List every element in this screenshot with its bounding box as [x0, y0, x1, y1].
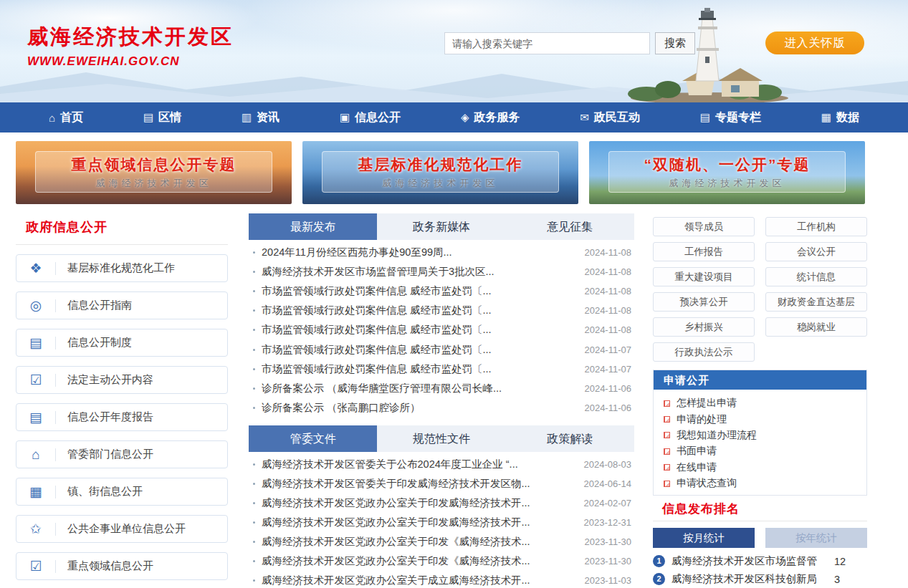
- quick-link-button[interactable]: 行政执法公示: [653, 342, 755, 362]
- news-title[interactable]: 市场监管领域行政处罚案件信息 威经市监处罚〔...: [262, 362, 575, 376]
- apply-link[interactable]: 在线申请: [664, 460, 866, 476]
- nav-item[interactable]: ▤ 区情: [143, 110, 181, 125]
- nav-item[interactable]: ▣ 信息公开: [340, 110, 401, 125]
- news-title[interactable]: 诊所备案公示 （威海华膳堂医疗管理有限公司长峰...: [262, 382, 575, 395]
- news-title[interactable]: 市场监管领域行政处罚案件信息 威经市监处罚〔...: [262, 323, 575, 337]
- tab-opinion-solicitation[interactable]: 意见征集: [506, 213, 634, 240]
- quick-link-button[interactable]: 工作报告: [653, 242, 755, 261]
- file-title[interactable]: 威海经济技术开发区党政办公室关于成立威海经济技术开...: [262, 574, 575, 587]
- banner-title: 基层标准化规范化工作: [358, 155, 523, 175]
- file-item[interactable]: 威海经济技术开发区党政办公室关于印发威海经济技术开... 2023-12-31: [249, 513, 634, 532]
- apply-link-label: 我想知道办理流程: [677, 429, 757, 442]
- bullet-icon: [253, 579, 255, 582]
- news-title[interactable]: 市场监管领域行政处罚案件信息 威经市监处罚〔...: [262, 343, 575, 357]
- tab-committee-files[interactable]: 管委文件: [249, 425, 377, 452]
- quick-link-button[interactable]: 乡村振兴: [653, 317, 755, 337]
- quick-link-button[interactable]: 重大建设项目: [653, 267, 755, 286]
- quick-link-button[interactable]: 统计信息: [765, 267, 867, 286]
- tab-yearly-stats[interactable]: 按年统计: [765, 528, 867, 548]
- sidebar-item[interactable]: ▤ 信息公开制度: [16, 329, 228, 357]
- news-item[interactable]: 市场监管领域行政处罚案件信息 威经市监处罚〔... 2024-11-08: [249, 281, 634, 301]
- tab-latest-release[interactable]: 最新发布: [249, 213, 377, 240]
- news-item[interactable]: 威海经济技术开发区市场监督管理局关于3批次区... 2024-11-08: [249, 262, 634, 281]
- bullet-icon: [253, 290, 255, 292]
- nav-item[interactable]: ▤ 专题专栏: [700, 110, 761, 125]
- news-item[interactable]: 市场监管领域行政处罚案件信息 威经市监处罚〔... 2024-11-07: [249, 339, 634, 359]
- file-item[interactable]: 威海经济技术开发区党政办公室关于成立威海经济技术开... 2023-11-03: [249, 571, 634, 588]
- ranking-item[interactable]: 1 威海经济技术开发区市场监督管 12: [653, 552, 875, 570]
- apply-link-label: 申请的处理: [677, 413, 727, 426]
- sidebar-item[interactable]: ❖ 基层标准化规范化工作: [16, 254, 228, 282]
- file-title[interactable]: 威海经济技术开发区管委关于公布2024年度工业企业 “...: [262, 458, 575, 471]
- file-title[interactable]: 威海经济技术开发区党政办公室关于印发威海经济技术开...: [262, 496, 575, 510]
- news-title[interactable]: 2024年11月份经区西苑办事处90至99周...: [262, 246, 575, 259]
- nav-item[interactable]: ▦ 数据: [821, 110, 859, 125]
- tab-monthly-stats[interactable]: 按月统计: [653, 528, 755, 548]
- sidebar-item[interactable]: ▦ 镇、街信息公开: [16, 478, 228, 506]
- nav-item[interactable]: ✉ 政民互动: [580, 110, 640, 125]
- file-title[interactable]: 威海经济技术开发区管委关于印发威海经济技术开发区物...: [262, 477, 575, 491]
- file-item[interactable]: 威海经济技术开发区党政办公室关于印发《威海经济技术... 2023-11-30: [249, 532, 634, 551]
- site-logo[interactable]: 威海经济技术开发区 WWW.EWEIHAI.GOV.CN: [27, 23, 234, 69]
- sidebar-item[interactable]: ⌂ 管委部门信息公开: [16, 440, 228, 468]
- news-item[interactable]: 市场监管领域行政处罚案件信息 威经市监处罚〔... 2024-11-08: [249, 301, 634, 320]
- sidebar-item[interactable]: ☑ 重点领域信息公开: [16, 552, 228, 580]
- site-header: 威海经济技术开发区 WWW.EWEIHAI.GOV.CN 搜索 进入关怀版: [0, 0, 908, 102]
- site-url: WWW.EWEIHAI.GOV.CN: [27, 54, 234, 69]
- news-title[interactable]: 市场监管领域行政处罚案件信息 威经市监处罚〔...: [262, 284, 575, 298]
- sidebar-item-label: 基层标准化规范化工作: [56, 261, 175, 275]
- news-item[interactable]: 市场监管领域行政处罚案件信息 威经市监处罚〔... 2024-11-07: [249, 360, 634, 379]
- news-title[interactable]: 威海经济技术开发区市场监督管理局关于3批次区...: [262, 265, 575, 279]
- sidebar-item[interactable]: ▤ 信息公开年度报告: [16, 403, 228, 431]
- sidebar-item[interactable]: ☑ 法定主动公开内容: [16, 366, 228, 394]
- tab-policy-interpretation[interactable]: 政策解读: [506, 425, 634, 452]
- sidebar-title: 政府信息公开: [16, 211, 228, 244]
- nav-item[interactable]: ◈ 政务服务: [461, 110, 520, 125]
- quick-link-button[interactable]: 工作机构: [765, 217, 867, 236]
- apply-link[interactable]: 我想知道办理流程: [664, 428, 866, 443]
- bullet-icon: [253, 387, 255, 390]
- sidebar-item[interactable]: ◎ 信息公开指南: [16, 291, 228, 319]
- quick-link-button[interactable]: 财政资金直达基层: [765, 292, 867, 312]
- nav-item-label: 数据: [836, 110, 859, 125]
- file-date: 2023-11-03: [584, 575, 631, 586]
- quick-link-button[interactable]: 预决算公开: [653, 292, 755, 312]
- news-date: 2024-11-08: [584, 286, 631, 297]
- banner-double-random[interactable]: “双随机、一公开”专题 威海经济技术开发区: [589, 141, 865, 204]
- file-item[interactable]: 威海经济技术开发区管委关于印发威海经济技术开发区物... 2024-06-14: [249, 474, 634, 493]
- news-title[interactable]: 市场监管领域行政处罚案件信息 威经市监处罚〔...: [262, 304, 575, 317]
- quick-link-button[interactable]: 会议公开: [765, 242, 867, 261]
- apply-link[interactable]: 怎样提出申请: [664, 395, 866, 411]
- tab-normative-files[interactable]: 规范性文件: [377, 425, 505, 452]
- nav-item[interactable]: ▥ 资讯: [242, 110, 279, 125]
- file-title[interactable]: 威海经济技术开发区党政办公室关于印发《威海经济技术...: [262, 535, 575, 549]
- apply-link[interactable]: 申请状态查询: [664, 476, 866, 491]
- nav-item[interactable]: ⌂ 首页: [49, 110, 83, 125]
- quick-link-button[interactable]: 稳岗就业: [765, 317, 867, 337]
- news-item[interactable]: 诊所备案公示 （威海华膳堂医疗管理有限公司长峰... 2024-11-06: [249, 379, 634, 398]
- rank-department-name[interactable]: 威海经济技术开发区市场监督管: [672, 554, 817, 568]
- tab-gov-new-media[interactable]: 政务新媒体: [377, 213, 505, 240]
- data-monitor-icon: ▦: [821, 111, 831, 124]
- document-rule-icon: ▤: [16, 334, 55, 351]
- apply-link[interactable]: 书面申请: [664, 443, 866, 459]
- news-date: 2024-11-08: [584, 305, 631, 316]
- ranking-item[interactable]: 2 威海经济技术开发区科技创新局 3: [653, 570, 875, 588]
- news-item[interactable]: 诊所备案公示 （张高鹏口腔诊所） 2024-11-06: [249, 398, 634, 418]
- rank-badge: 1: [653, 555, 665, 567]
- banner-standardization[interactable]: 基层标准化规范化工作 威海经济技术开发区: [302, 141, 578, 204]
- banner-key-areas[interactable]: 重点领域信息公开专题 威海经济技术开发区: [16, 141, 292, 204]
- sidebar-item[interactable]: ✩ 公共企事业单位信息公开: [16, 515, 228, 543]
- quick-link-button[interactable]: 领导成员: [653, 217, 755, 236]
- file-title[interactable]: 威海经济技术开发区党政办公室关于印发《威海经济技术...: [262, 554, 575, 568]
- apply-link[interactable]: 申请的处理: [664, 411, 866, 427]
- file-item[interactable]: 威海经济技术开发区党政办公室关于印发威海经济技术开... 2024-02-07: [249, 493, 634, 513]
- key-areas-icon: ☑: [16, 558, 55, 574]
- rank-department-name[interactable]: 威海经济技术开发区科技创新局: [672, 572, 817, 586]
- news-item[interactable]: 市场监管领域行政处罚案件信息 威经市监处罚〔... 2024-11-08: [249, 320, 634, 339]
- file-title[interactable]: 威海经济技术开发区党政办公室关于印发威海经济技术开...: [262, 516, 575, 529]
- file-item[interactable]: 威海经济技术开发区党政办公室关于印发《威海经济技术... 2023-11-30: [249, 551, 634, 571]
- news-title[interactable]: 诊所备案公示 （张高鹏口腔诊所）: [262, 401, 575, 415]
- file-item[interactable]: 威海经济技术开发区管委关于公布2024年度工业企业 “... 2024-08-0…: [249, 455, 634, 474]
- news-item[interactable]: 2024年11月份经区西苑办事处90至99周... 2024-11-08: [249, 243, 634, 262]
